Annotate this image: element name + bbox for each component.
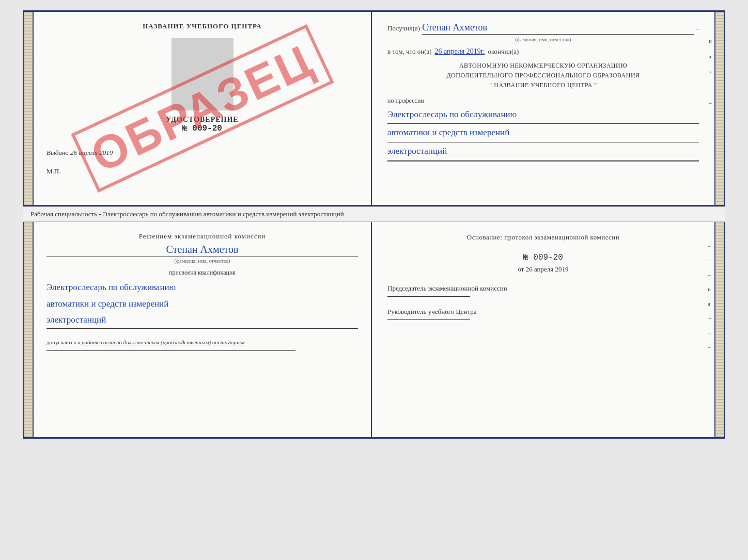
issued-date: 26 апреля 2019 [70,149,113,156]
decision-title: Решением экзаменационной комиссии [46,232,358,241]
separator-text: Рабочая специальность - Электрослесарь п… [23,206,725,222]
cert-issued: Выдано 26 апреля 2019 [46,149,358,157]
chairman-sig-line [387,296,470,297]
allowed-text: работе согласно должностным (производств… [82,339,244,345]
protocol-date: от 26 апреля 2019 [387,265,699,274]
top-right-page: Получил(а) Степан Ахметов – (фамилия, им… [372,12,714,205]
qual-line3: электростанций [46,312,358,329]
decision-person-name: Степан Ахметов [46,244,358,255]
date-prefix: в том, что он(а) [387,47,432,56]
org-line2: ДОПОЛНИТЕЛЬНОГО ПРОФЕССИОНАЛЬНОГО ОБРАЗО… [387,71,699,81]
top-document: НАЗВАНИЕ УЧЕБНОГО ЦЕНТРА УДОСТОВЕРЕНИЕ №… [23,10,725,206]
fio-label-top: (фамилия, имя, отчество) [387,37,699,42]
profession-text: Электрослесарь по обслуживанию автоматик… [387,107,699,163]
org-block: АВТОНОМНУЮ НЕКОММЕРЧЕСКУЮ ОРГАНИЗАЦИЮ ДО… [387,61,699,91]
bottom-side-mark-3: – [708,271,713,278]
bottom-document: Решением экзаменационной комиссии Степан… [23,222,725,439]
bottom-side-mark-6: ← [708,315,713,321]
spine-right [714,12,724,205]
dash-symbol: – [696,24,699,33]
side-marks-bottom-right: – – – и а ← – – – [708,243,713,364]
qualification-label: присвоена квалификация [46,269,358,277]
date-suffix: окончил(а) [488,47,519,56]
bottom-side-mark-5: а [708,300,713,307]
side-mark-6: – [709,115,714,121]
bottom-sig-line [46,350,295,351]
profession-line1: Электрослесарь по обслуживанию [387,107,699,124]
side-marks-top-right: и а ← – – – [709,38,714,121]
bottom-side-mark-7: – [708,329,713,335]
date-value: 26 апреля 2019г. [435,47,485,56]
side-mark-1: и [709,38,714,44]
chairman-label: Председатель экзаменационной комиссии [387,284,699,293]
date-line: в том, что он(а) 26 апреля 2019г. окончи… [387,47,699,56]
top-left-page: НАЗВАНИЕ УЧЕБНОГО ЦЕНТРА УДОСТОВЕРЕНИЕ №… [34,12,372,205]
side-mark-4: – [709,84,714,90]
profession-line2: автоматики и средств измерений [387,125,699,142]
bottom-side-mark-1: – [708,243,713,249]
document-wrapper: НАЗВАНИЕ УЧЕБНОГО ЦЕНТРА УДОСТОВЕРЕНИЕ №… [23,10,725,439]
bottom-side-mark-4: и [708,286,713,292]
received-label: Получил(а) [387,24,420,33]
date-prefix-bottom: от [518,265,524,273]
received-line: Получил(а) Степан Ахметов – [387,22,699,35]
org-line3: " НАЗВАНИЕ УЧЕБНОГО ЦЕНТРА " [387,81,699,90]
profession-line3: электростанций [387,143,699,161]
head-label: Руководитель учебного Центра [387,307,699,316]
bottom-spine-right [714,222,724,437]
side-mark-3: ← [709,69,714,75]
side-mark-2: а [709,53,714,59]
head-sig-line [387,319,470,320]
spine-left [24,12,34,205]
date-value-bottom: 26 апреля 2019 [526,265,569,273]
cert-doc-type: УДОСТОВЕРЕНИЕ [46,116,358,124]
profession-label: по профессии [387,97,699,105]
qualification-text: Электрослесарь по обслуживанию автоматик… [46,280,358,329]
protocol-number: № 009-20 [387,253,699,262]
bottom-spine-left [24,222,34,437]
issued-label: Выдано [46,149,69,156]
qual-line2: автоматики и средств измерений [46,296,358,313]
bottom-fio-label: (фамилия, имя, отчество) [46,257,358,264]
bottom-right-page: Основание: протокол экзаменационной коми… [372,222,714,437]
bottom-side-mark-9: – [708,358,713,364]
photo-placeholder [172,38,233,110]
allowed-label: допускается к [46,339,80,345]
side-mark-5: – [709,100,714,106]
basis-title: Основание: протокол экзаменационной коми… [387,232,699,243]
cert-mp: М.П. [46,167,358,175]
cert-doc-number: № 009-20 [46,124,358,133]
bottom-side-mark-2: – [708,257,713,263]
bottom-side-mark-8: – [708,344,713,350]
recipient-name: Степан Ахметов [422,22,693,35]
allowed-line: допускается к работе согласно должностны… [46,339,358,345]
bottom-left-page: Решением экзаменационной комиссии Степан… [34,222,372,437]
org-line1: АВТОНОМНУЮ НЕКОММЕРЧЕСКУЮ ОРГАНИЗАЦИЮ [387,61,699,71]
qual-line1: Электрослесарь по обслуживанию [46,280,358,296]
cert-center-title: НАЗВАНИЕ УЧЕБНОГО ЦЕНТРА [46,22,358,30]
